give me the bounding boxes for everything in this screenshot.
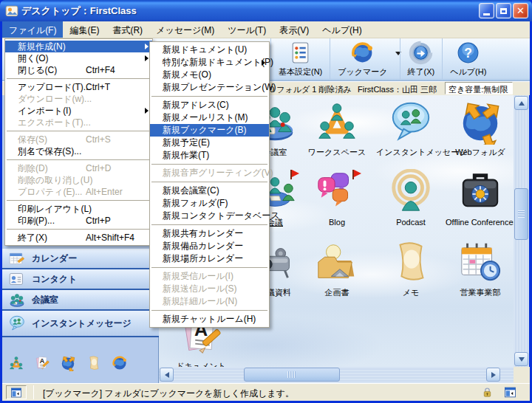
menu-item[interactable]: 削除(D) Ctrl+D — [5, 162, 152, 174]
menu-item[interactable]: 新規チャットルーム(H) — [150, 313, 269, 326]
menubar-item[interactable]: ファイル(F) — [2, 21, 63, 38]
menu-item-shortcut: Alt+Shift+F4 — [86, 232, 134, 243]
desktop-icon[interactable]: インスタントメッセージ — [376, 99, 446, 167]
menu-item[interactable]: ダウンロード(w)... — [5, 93, 152, 105]
menu-item[interactable]: アップロード(T)... Ctrl+T — [5, 81, 152, 93]
desktop-icon-label: 企画書 — [325, 287, 349, 298]
lock-icon[interactable] — [481, 386, 494, 399]
menu-item[interactable]: 新規音声グリーティング(V) — [150, 167, 269, 179]
desktop-icon[interactable]: ワークスペース — [302, 99, 372, 167]
menu-item[interactable]: 閉じる(C) Ctrl+F4 — [5, 64, 152, 76]
tray-shortcut[interactable] — [86, 355, 102, 371]
memo-icon — [388, 239, 434, 285]
menu-item[interactable]: インポート(I) — [5, 105, 152, 117]
menu-item[interactable]: 新規備品カレンダー — [150, 240, 269, 252]
menubar-item[interactable]: 編集(E) — [63, 21, 106, 38]
menu-item-label: 特別な新規ドキュメント(P) — [163, 56, 273, 69]
window-panel-icon[interactable] — [504, 386, 516, 399]
desktop-icon[interactable]: メモ — [376, 239, 446, 307]
menu-item[interactable]: 印刷(P)... Ctrl+P — [5, 215, 152, 227]
menu-item[interactable]: 新規メモ(O) — [150, 69, 269, 81]
sidebar-item[interactable]: インスタントメッセージ — [2, 311, 159, 337]
maximize-button[interactable] — [496, 3, 511, 18]
menu-item-label: 保存(S) — [18, 134, 47, 146]
menu-item[interactable]: 新規フォルダ(F) — [150, 197, 269, 210]
menu-item[interactable]: エクスポート(T)... — [5, 117, 152, 128]
menu-item[interactable]: 新規プレゼンテーション(W) — [150, 81, 269, 94]
instant-message-icon — [8, 314, 26, 332]
menu-item[interactable]: 別名で保存(S)... — [5, 145, 152, 157]
close-button[interactable]: ✕ — [513, 3, 528, 18]
minimize-button[interactable] — [479, 3, 494, 18]
menu-item[interactable]: 新規共有カレンダー — [150, 227, 269, 240]
toolbar-button[interactable]: ブックマーク — [330, 38, 399, 80]
menu-item[interactable]: 新規メールリスト(M) — [150, 111, 269, 124]
menu-item[interactable]: 新規会議室(C) — [150, 185, 269, 197]
desktop-icon[interactable]: Blog — [302, 169, 372, 237]
menu-item[interactable]: 新規ドキュメント(U) — [150, 44, 269, 56]
toolbar-button[interactable]: 終了(X) — [400, 38, 443, 80]
menu-item[interactable]: 新規場所カレンダー — [150, 252, 269, 265]
scroll-right-button[interactable] — [486, 368, 500, 382]
menubar-item[interactable]: ツール(T) — [221, 21, 273, 38]
submenu-arrow-icon — [145, 55, 149, 61]
menubar-item[interactable]: 書式(R) — [106, 21, 149, 38]
menu-item[interactable]: 新規コンタクトデータベース — [150, 210, 269, 222]
scroll-up-button[interactable] — [514, 96, 528, 110]
app-icon — [5, 4, 18, 18]
menu-item[interactable]: 終了(X) Alt+Shift+F4 — [5, 232, 152, 244]
sidebar-item[interactable]: カレンダー — [2, 249, 159, 269]
menubar-item[interactable]: ヘルプ(H) — [316, 21, 369, 38]
menu-item-label: 別名で保存(S)... — [18, 145, 81, 158]
menu-item[interactable]: 特別な新規ドキュメント(P) — [150, 56, 269, 69]
horizontal-scroll-thumb[interactable] — [244, 368, 340, 382]
menu-item[interactable]: 新規ブックマーク(B) — [150, 124, 269, 137]
menu-item[interactable]: 開く(O) — [5, 52, 152, 64]
toolbar-button[interactable]: 基本設定(N) — [270, 38, 330, 80]
desktop-icon[interactable]: Webフォルダ — [446, 99, 514, 167]
menu-item[interactable]: 新規送信ルール(S) — [150, 283, 269, 295]
desktop-icon[interactable]: Offline Conferences — [446, 169, 514, 237]
close-icon: ✕ — [516, 6, 525, 16]
scroll-left-button[interactable] — [160, 368, 174, 382]
menu-item-shortcut: Ctrl+T — [86, 82, 110, 92]
menubar-item[interactable]: メッセージ(M) — [149, 21, 221, 38]
menu-item[interactable]: 新規アドレス(C) — [150, 99, 269, 111]
menu-item[interactable]: プロパティ(E)... Alt+Enter — [5, 186, 152, 198]
menu-item[interactable]: 新規予定(E) — [150, 137, 269, 149]
menu-item[interactable]: 保存(S) Ctrl+S — [5, 134, 152, 145]
status-panel-button[interactable] — [6, 385, 27, 399]
desktop-icon[interactable]: Podcast — [376, 169, 446, 237]
title-bar[interactable]: デスクトップ：FirstClass ✕ — [0, 0, 532, 21]
menu-bar: ファイル(F)編集(E)書式(R)メッセージ(M)ツール(T)表示(V)ヘルプ(… — [2, 21, 530, 38]
vertical-scroll-thumb[interactable] — [514, 188, 528, 240]
unread-flag-icon — [352, 170, 362, 180]
user-identity-text: FirstClass：山田 三郎 — [358, 84, 437, 95]
menu-item[interactable]: 新規詳細ルール(N) — [150, 295, 269, 308]
tray-shortcut[interactable] — [34, 355, 50, 371]
web-folder-icon — [60, 355, 76, 371]
menu-item[interactable]: 新規受信ルール(I) — [150, 270, 269, 283]
menu-item[interactable]: 削除の取り消し(U) — [5, 174, 152, 186]
desktop-icon[interactable]: 企画書 — [302, 239, 372, 307]
menu-item[interactable]: 印刷レイアウト(L) — [5, 203, 152, 215]
scroll-down-button[interactable] — [514, 352, 528, 366]
horizontal-scrollbar[interactable] — [159, 367, 514, 383]
menu-item-label: 印刷レイアウト(L) — [18, 203, 92, 216]
menubar-item[interactable]: 表示(V) — [273, 21, 316, 38]
menu-item[interactable]: 新規作成(N) — [5, 41, 152, 52]
sales-calendar-icon — [457, 239, 503, 285]
menu-item-shortcut: Ctrl+D — [86, 163, 111, 173]
menu-item[interactable]: 新規作業(T) — [150, 149, 269, 162]
sidebar-item[interactable]: コンタクト — [2, 269, 159, 290]
sidebar-item[interactable]: 会議室 — [2, 290, 159, 311]
vertical-scrollbar[interactable] — [514, 95, 529, 367]
desktop-icon[interactable]: 営業事業部 — [446, 239, 514, 307]
sidebar-items: カレンダー コンタクト 会議室 インスタントメッセージ — [2, 249, 159, 337]
toolbar-button[interactable]: ヘルプ(H) — [442, 38, 494, 80]
tray-shortcut[interactable] — [112, 355, 128, 371]
tray-shortcut[interactable] — [60, 355, 76, 371]
menu-item-label: 新規会議室(C) — [163, 185, 219, 197]
new-submenu: 新規ドキュメント(U) 特別な新規ドキュメント(P) 新規メモ(O) 新規プレゼ… — [149, 41, 270, 328]
tray-shortcut[interactable] — [8, 355, 24, 371]
